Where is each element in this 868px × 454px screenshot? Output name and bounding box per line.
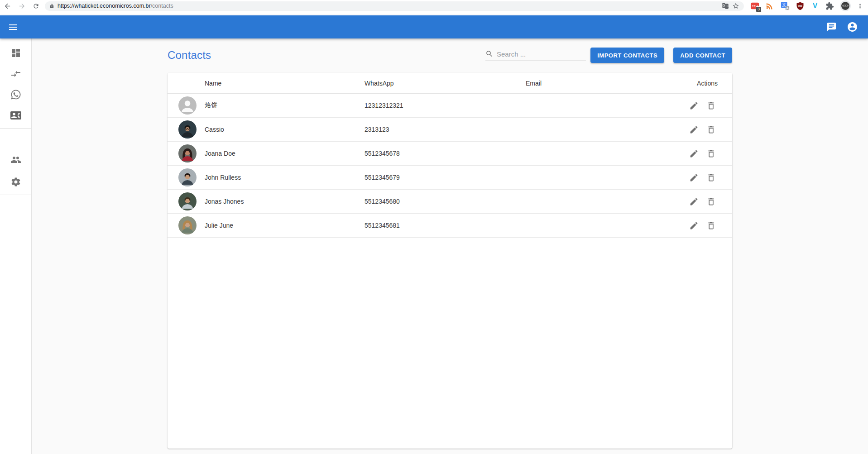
header-name: Name bbox=[205, 80, 364, 87]
delete-contact-button[interactable] bbox=[704, 123, 718, 136]
gear-icon bbox=[10, 177, 21, 187]
delete-contact-button[interactable] bbox=[704, 195, 718, 208]
contact-whatsapp: 5512345680 bbox=[364, 198, 523, 205]
contact-whatsapp: 5512345679 bbox=[364, 174, 523, 181]
chat-button[interactable] bbox=[821, 17, 842, 38]
bookmark-star-icon bbox=[732, 2, 739, 10]
vimeo-extension-icon: V bbox=[810, 1, 820, 10]
default-avatar bbox=[178, 96, 197, 115]
contact-avatar bbox=[178, 192, 197, 210]
edit-contact-button[interactable] bbox=[687, 123, 700, 136]
extension-badge: 3 bbox=[756, 6, 762, 12]
header-actions: Actions bbox=[659, 80, 732, 87]
table-header: Name WhatsApp Email Actions bbox=[168, 73, 732, 94]
avatar-cell bbox=[168, 96, 205, 115]
sidebar-item-whatsapp[interactable] bbox=[0, 84, 31, 105]
edit-contact-button[interactable] bbox=[687, 147, 700, 160]
edit-icon bbox=[689, 197, 699, 206]
forward-button[interactable] bbox=[18, 2, 26, 10]
profile-avatar bbox=[840, 0, 851, 11]
delete-icon bbox=[706, 149, 716, 158]
dashboard-icon bbox=[10, 48, 21, 58]
avatar-cell bbox=[168, 216, 205, 234]
bookmark-button[interactable] bbox=[732, 2, 739, 10]
delete-icon bbox=[706, 173, 716, 182]
rss-extension-icon bbox=[766, 1, 775, 10]
delete-contact-button[interactable] bbox=[704, 171, 718, 184]
table-row: 烙饼 12312312321 bbox=[168, 94, 732, 118]
table-row: Joana Doe 5512345678 bbox=[168, 142, 732, 166]
sidebar-item-settings[interactable] bbox=[0, 171, 31, 193]
delete-contact-button[interactable] bbox=[704, 99, 718, 112]
edit-contact-button[interactable] bbox=[687, 99, 700, 112]
sidebar-divider-bottom bbox=[0, 195, 31, 195]
edit-contact-button[interactable] bbox=[687, 195, 700, 208]
header-email: Email bbox=[523, 80, 659, 87]
delete-contact-button[interactable] bbox=[704, 147, 718, 160]
search-input[interactable] bbox=[497, 50, 586, 58]
ublock-extension-icon: UO bbox=[796, 1, 805, 10]
import-contacts-button[interactable]: IMPORT CONTACTS bbox=[590, 48, 664, 63]
contact-avatar bbox=[178, 168, 197, 186]
sidebar-main-section bbox=[0, 43, 31, 126]
menu-button[interactable] bbox=[3, 17, 24, 38]
contact-whatsapp: 12312312321 bbox=[364, 102, 523, 109]
contact-name: John Rulless bbox=[205, 174, 364, 181]
contact-name: 烙饼 bbox=[205, 101, 364, 110]
sidebar-item-dashboard[interactable] bbox=[0, 43, 31, 63]
edit-contact-button[interactable] bbox=[687, 171, 700, 184]
delete-icon bbox=[706, 125, 716, 134]
svg-text:A: A bbox=[786, 6, 789, 10]
translate-extension-button[interactable]: 文A bbox=[781, 1, 790, 10]
svg-text:V: V bbox=[813, 2, 818, 10]
edit-icon bbox=[689, 173, 699, 182]
back-button[interactable] bbox=[4, 2, 11, 10]
page-title: Contacts bbox=[168, 49, 211, 62]
table-row: Jonas Jhones 5512345680 bbox=[168, 190, 732, 214]
browser-profile-button[interactable] bbox=[840, 0, 851, 11]
sidebar-item-contacts[interactable] bbox=[0, 105, 31, 126]
page-top-gap bbox=[0, 12, 868, 15]
contact-name: Jonas Jhones bbox=[205, 198, 364, 205]
extensions-puzzle-icon bbox=[825, 2, 834, 10]
add-contact-button[interactable]: ADD CONTACT bbox=[673, 48, 732, 63]
account-button[interactable] bbox=[842, 17, 863, 38]
edit-icon bbox=[689, 101, 699, 110]
extensions-button[interactable] bbox=[825, 2, 834, 10]
avatar-cell bbox=[168, 120, 205, 139]
contacts-table-body: 烙饼 12312312321 Cassio 2313123 Joana Doe … bbox=[168, 94, 732, 238]
contact-name: Cassio bbox=[205, 126, 364, 133]
sidebar-item-users[interactable] bbox=[0, 148, 31, 171]
avatar-cell bbox=[168, 144, 205, 162]
sidebar-admin-section bbox=[0, 148, 31, 193]
account-circle-icon bbox=[847, 21, 858, 33]
whatsapp-icon bbox=[11, 89, 21, 100]
edit-icon bbox=[689, 125, 699, 134]
contacts-card: Name WhatsApp Email Actions 烙饼 123123123… bbox=[168, 73, 732, 449]
browser-toolbar: https://whaticket.economicros.com.br/con… bbox=[0, 0, 868, 12]
url-text: https://whaticket.economicros.com.br/con… bbox=[58, 3, 173, 9]
avatar-cell bbox=[168, 168, 205, 186]
browser-menu-button[interactable] bbox=[857, 3, 863, 10]
sidebar-item-connections[interactable] bbox=[0, 63, 31, 84]
delete-contact-button[interactable] bbox=[704, 219, 718, 232]
edit-icon bbox=[689, 221, 699, 230]
translate-page-icon bbox=[722, 2, 729, 10]
contact-whatsapp: 5512345678 bbox=[364, 150, 523, 157]
delete-icon bbox=[706, 197, 716, 206]
translate-page-button[interactable] bbox=[722, 2, 729, 10]
ublock-extension-button[interactable]: UO bbox=[796, 1, 805, 10]
red-extension-button[interactable]: 3 bbox=[750, 1, 760, 11]
address-bar[interactable]: https://whaticket.economicros.com.br/con… bbox=[45, 1, 744, 11]
menu-icon bbox=[8, 22, 19, 33]
sidebar bbox=[0, 38, 32, 454]
refresh-button[interactable] bbox=[33, 3, 39, 10]
swap-arrows-icon bbox=[10, 68, 21, 79]
rss-extension-button[interactable] bbox=[766, 1, 775, 10]
edit-contact-button[interactable] bbox=[687, 219, 700, 232]
refresh-icon bbox=[33, 3, 39, 10]
vimeo-extension-button[interactable]: V bbox=[810, 1, 820, 10]
main-content: Contacts IMPORT CONTACTS ADD CONTACT Nam… bbox=[32, 38, 868, 454]
back-arrow-icon bbox=[4, 2, 11, 10]
contact-whatsapp: 5512345681 bbox=[364, 222, 523, 229]
